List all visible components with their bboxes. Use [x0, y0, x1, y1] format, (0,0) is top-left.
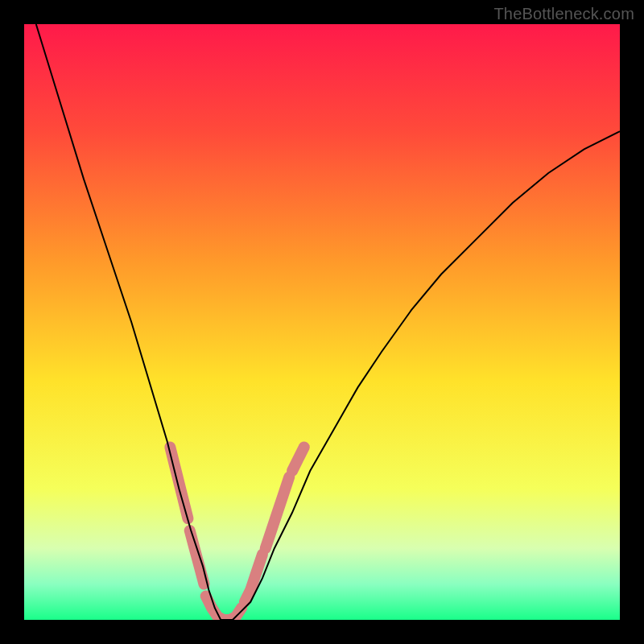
- plot-area: [24, 24, 620, 620]
- highlight-segment: [190, 530, 204, 584]
- curve-layer: [24, 24, 620, 620]
- watermark-text: TheBottleneck.com: [493, 5, 634, 23]
- chart-frame: TheBottleneck.com: [0, 0, 644, 644]
- bottleneck-curve: [36, 24, 620, 620]
- highlight-segment: [266, 477, 290, 548]
- highlight-segment: [292, 447, 304, 471]
